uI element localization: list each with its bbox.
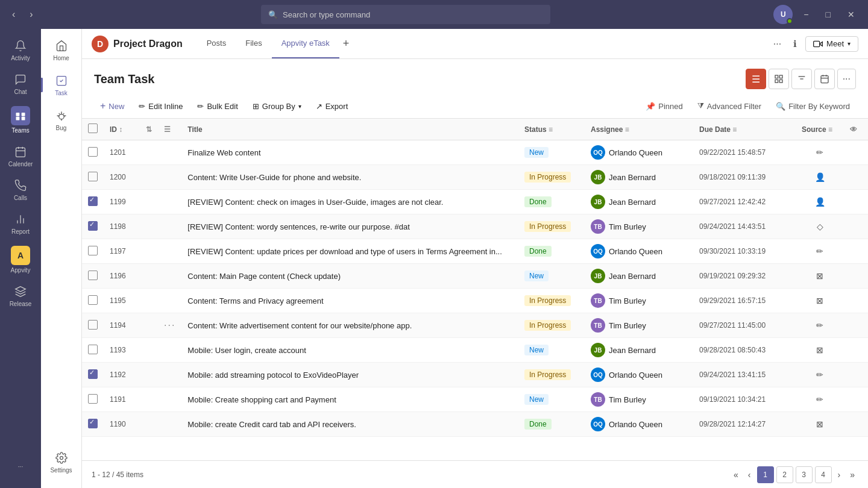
tab-appvity-etask[interactable]: Appvity eTask (272, 29, 339, 58)
export-button[interactable]: ↗ Export (310, 99, 354, 114)
sec-item-bug[interactable]: Bug (46, 104, 77, 136)
row-id: 1194 (104, 313, 140, 338)
sidebar-item-chat[interactable]: Chat (5, 67, 36, 100)
list-view-button[interactable]: ☰ (746, 69, 766, 89)
row-assignee: OQ Orlando Queen (585, 363, 693, 387)
info-button[interactable]: ℹ (790, 35, 800, 53)
row-checkbox[interactable] (88, 369, 98, 379)
row-title: [REVIEW] Content: wordy sentences, re-wr… (181, 214, 518, 239)
page-4-button[interactable]: 4 (815, 466, 832, 483)
bulk-edit-button[interactable]: ✏ Bulk Edit (191, 99, 244, 114)
sec-item-settings[interactable]: Settings (46, 446, 77, 478)
maximize-button[interactable]: □ (820, 7, 837, 22)
sidebar-item-teams[interactable]: Teams (5, 101, 36, 139)
row-checkbox[interactable] (88, 172, 98, 181)
group-by-button[interactable]: ⊞ Group By ▾ (247, 99, 307, 114)
sec-item-home[interactable]: Home (46, 34, 77, 66)
tab-posts[interactable]: Posts (197, 29, 236, 58)
forward-button[interactable]: › (25, 7, 37, 22)
sec-item-task[interactable]: Task (46, 69, 77, 101)
pinned-button[interactable]: 📌 Pinned (640, 99, 688, 114)
row-source: 👤 (796, 165, 844, 190)
assignee-name: Jean Bernard (609, 198, 656, 207)
row-eye-cell (844, 338, 868, 363)
calendar-view-button[interactable] (814, 69, 835, 89)
select-all-checkbox[interactable] (88, 124, 98, 133)
svg-rect-4 (16, 148, 25, 157)
filter-col-icon[interactable]: ☰ (164, 125, 171, 134)
filter-view-button[interactable] (791, 69, 812, 89)
sort-icon[interactable]: ⇅ (146, 125, 152, 134)
grid-icon (774, 74, 784, 84)
sidebar-more-button[interactable]: ··· (5, 454, 36, 478)
next-page-button[interactable]: › (834, 468, 844, 482)
row-checkbox[interactable] (88, 246, 98, 255)
row-checkbox-cell (82, 190, 104, 214)
edit-inline-button[interactable]: ✏ Edit Inline (133, 99, 189, 114)
source-filter-icon[interactable]: ≡ (828, 125, 832, 134)
assignee-avatar: JB (591, 170, 605, 184)
source-icon: 👤 (815, 197, 825, 207)
row-checkbox[interactable] (88, 221, 98, 231)
add-tab-button[interactable]: + (339, 29, 353, 58)
svg-rect-16 (779, 75, 782, 78)
more-view-button[interactable]: ··· (837, 69, 856, 89)
minimize-button[interactable]: − (797, 7, 814, 22)
row-filter-cell (158, 214, 181, 239)
status-filter-icon[interactable]: ≡ (549, 125, 553, 134)
col-sort-header: ⇅ (140, 119, 158, 140)
last-page-button[interactable]: » (846, 468, 858, 482)
row-checkbox[interactable] (88, 345, 98, 354)
row-sort-cell (140, 214, 158, 239)
search-bar[interactable]: 🔍 Search or type command (261, 5, 550, 24)
date-filter-icon[interactable]: ≡ (732, 125, 737, 134)
more-options-button[interactable]: ··· (770, 35, 785, 53)
row-more-button[interactable]: ··· (164, 320, 175, 330)
sidebar-item-activity[interactable]: Activity (5, 34, 36, 66)
main-content: D Project Dragon Posts Files Appvity eTa… (82, 29, 868, 488)
user-avatar[interactable]: U (773, 5, 793, 24)
page-1-button[interactable]: 1 (757, 466, 774, 483)
svg-rect-15 (775, 75, 778, 78)
row-checkbox[interactable] (88, 394, 98, 404)
app-header: Team Task ☰ ··· (82, 59, 868, 94)
back-button[interactable]: ‹ (7, 7, 20, 22)
new-task-button[interactable]: + New (94, 98, 130, 114)
page-3-button[interactable]: 3 (796, 466, 813, 483)
filter-keyword-button[interactable]: 🔍 Filter By Keyword (770, 99, 856, 114)
row-checkbox[interactable] (88, 271, 98, 280)
assignee-name: Tim Burley (609, 296, 646, 305)
first-page-button[interactable]: « (730, 468, 742, 482)
page-2-button[interactable]: 2 (776, 466, 793, 483)
row-checkbox[interactable] (88, 320, 98, 330)
prev-page-button[interactable]: ‹ (744, 468, 755, 482)
row-checkbox[interactable] (88, 295, 98, 305)
id-sort-icon[interactable]: ↕ (119, 125, 122, 134)
row-eye-cell (844, 264, 868, 289)
close-button[interactable]: ✕ (841, 7, 861, 22)
view-actions: ☰ ··· (746, 69, 856, 89)
row-checkbox[interactable] (88, 419, 98, 428)
row-due-date: 09/19/2021 09:29:32 (693, 264, 796, 289)
tab-files[interactable]: Files (236, 29, 271, 58)
eye-icon[interactable]: 👁 (850, 125, 857, 134)
meet-button[interactable]: Meet ▾ (805, 36, 858, 52)
sidebar-item-calls[interactable]: Calls (5, 174, 36, 206)
assignee-filter-icon[interactable]: ≡ (625, 125, 629, 134)
advanced-filter-button[interactable]: ⧩ Advanced Filter (691, 98, 767, 114)
svg-rect-14 (814, 41, 820, 46)
row-checkbox[interactable] (88, 196, 98, 206)
row-status: In Progress (518, 363, 585, 387)
bug-label: Bug (56, 125, 67, 131)
row-checkbox[interactable] (88, 147, 98, 157)
sidebar-item-release[interactable]: Release (5, 280, 36, 312)
row-title: Finalize Web content (181, 140, 518, 165)
row-checkbox-cell (82, 412, 104, 437)
meet-label: Meet (826, 39, 844, 48)
grid-view-button[interactable] (769, 69, 789, 89)
sidebar-item-appvity[interactable]: A Appvity (5, 241, 36, 278)
sidebar-item-report[interactable]: Report (5, 207, 36, 240)
source-icon: ◇ (817, 222, 823, 231)
status-badge: In Progress (524, 369, 571, 380)
sidebar-item-calendar[interactable]: Calender (5, 140, 36, 172)
